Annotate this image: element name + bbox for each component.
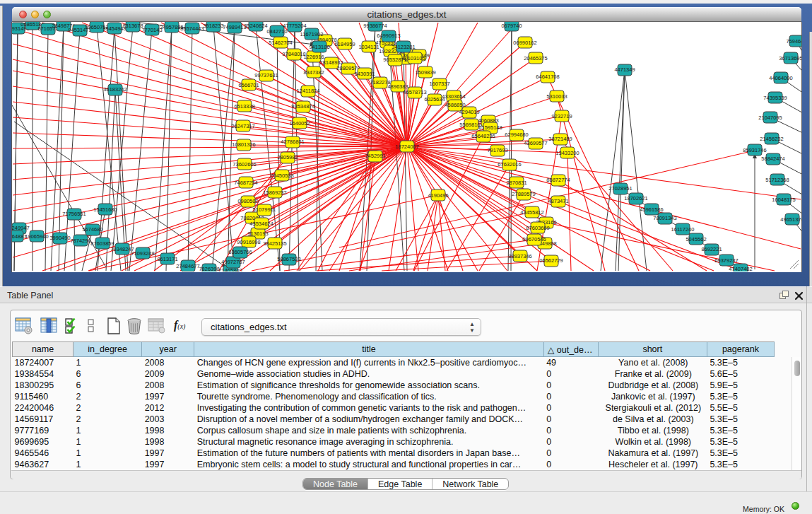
svg-text:4190496: 4190496	[428, 192, 448, 199]
svg-text:21456232: 21456232	[760, 136, 783, 142]
svg-text:27889579: 27889579	[512, 191, 535, 197]
svg-text:51079911: 51079911	[253, 206, 276, 213]
svg-text:3518233: 3518233	[203, 23, 223, 29]
svg-text:5045562: 5045562	[686, 236, 706, 243]
svg-text:88937346: 88937346	[508, 253, 531, 259]
svg-text:8692221: 8692221	[701, 246, 722, 252]
svg-text:0842710: 0842710	[266, 28, 287, 35]
svg-text:7874296: 7874296	[70, 238, 90, 244]
svg-text:43699577: 43699577	[524, 140, 547, 146]
svg-text:11671902: 11671902	[300, 31, 324, 37]
svg-text:4471349: 4471349	[614, 66, 635, 73]
svg-text:73602606: 73602606	[233, 161, 256, 168]
svg-text:43534624: 43534624	[249, 221, 273, 227]
svg-text:4586850: 4586850	[445, 102, 465, 108]
svg-text:87603669: 87603669	[526, 225, 549, 231]
svg-text:61595148: 61595148	[478, 124, 502, 131]
svg-text:78091343: 78091343	[653, 215, 676, 221]
svg-text:97848018: 97848018	[282, 51, 305, 57]
svg-text:20465375: 20465375	[524, 55, 547, 62]
svg-text:38721489: 38721489	[548, 136, 572, 142]
svg-text:36713695: 36713695	[779, 55, 801, 62]
svg-text:0103105: 0103105	[404, 55, 425, 62]
svg-text:65648236: 65648236	[471, 133, 495, 139]
svg-text:5430391: 5430391	[354, 71, 375, 77]
svg-text:85931746: 85931746	[743, 147, 766, 153]
svg-text:58842474: 58842474	[761, 156, 784, 162]
svg-text:12411824: 12411824	[297, 88, 320, 94]
svg-text:44064090: 44064090	[769, 75, 792, 81]
svg-text:51712368: 51712368	[765, 177, 789, 183]
svg-text:58867533: 58867533	[277, 256, 300, 262]
svg-text:26247317: 26247317	[231, 123, 254, 129]
svg-text:7594647: 7594647	[786, 38, 801, 45]
svg-text:47407482: 47407482	[729, 266, 752, 271]
svg-text:74687234: 74687234	[234, 180, 257, 186]
svg-text:15869232: 15869232	[263, 189, 286, 196]
svg-text:6566701: 6566701	[238, 82, 259, 88]
svg-text:7826398: 7826398	[199, 266, 219, 271]
svg-text:67632016: 67632016	[498, 161, 521, 168]
svg-text:6184959: 6184959	[334, 41, 355, 47]
svg-text:99737631: 99737631	[254, 72, 278, 78]
svg-text:96532871: 96532871	[383, 57, 406, 63]
svg-text:3990490: 3990490	[49, 235, 70, 241]
svg-text:64641708: 64641708	[536, 74, 559, 80]
svg-text:19065940: 19065940	[25, 233, 48, 240]
svg-text:74395339: 74395339	[763, 95, 787, 101]
svg-text:8313678: 8313678	[122, 23, 143, 29]
svg-text:4873471: 4873471	[548, 198, 568, 204]
svg-text:85574443: 85574443	[180, 25, 204, 32]
svg-text:90916998: 90916998	[237, 239, 260, 245]
svg-text:9232719: 9232719	[551, 113, 572, 119]
svg-text:10801326: 10801326	[232, 141, 255, 148]
svg-text:5674680: 5674680	[82, 226, 102, 233]
svg-text:74989413: 74989413	[223, 24, 246, 30]
svg-text:0679740: 0679740	[501, 23, 522, 29]
svg-text:7770143: 7770143	[141, 27, 162, 33]
svg-text:49651370: 49651370	[780, 216, 801, 223]
svg-text:45961586: 45961586	[640, 206, 663, 213]
svg-text:71093248: 71093248	[131, 250, 154, 257]
svg-text:38425135: 38425135	[263, 240, 286, 247]
svg-text:09670546: 09670546	[522, 236, 546, 243]
svg-text:27484677: 27484677	[176, 263, 199, 269]
svg-text:64990913: 64990913	[377, 33, 400, 39]
svg-text:8613171: 8613171	[157, 256, 177, 262]
svg-text:1509839: 1509839	[415, 69, 435, 76]
svg-text:42786801: 42786801	[281, 139, 304, 145]
svg-text:63605766: 63605766	[228, 249, 252, 255]
svg-text:47775204: 47775204	[283, 23, 306, 29]
svg-text:43303654: 43303654	[442, 93, 465, 100]
svg-text:18702621: 18702621	[624, 195, 647, 201]
svg-text:06562729: 06562729	[539, 257, 563, 264]
svg-text:7452991: 7452991	[365, 153, 385, 159]
svg-text:36183242: 36183242	[103, 86, 126, 93]
svg-text:49972787: 49972787	[221, 259, 245, 265]
svg-text:2805982: 2805982	[277, 154, 298, 160]
svg-text:9413186: 9413186	[309, 44, 329, 50]
svg-text:18724007: 18724007	[395, 144, 418, 150]
svg-text:06990162: 06990162	[513, 40, 536, 46]
svg-text:13433200: 13433200	[555, 150, 579, 156]
svg-text:1640052: 1640052	[289, 120, 310, 127]
svg-text:35240824: 35240824	[244, 23, 267, 29]
svg-text:7917693: 7917693	[487, 147, 507, 153]
svg-text:15451680: 15451680	[93, 206, 117, 213]
svg-text:27028951: 27028951	[608, 185, 632, 192]
svg-text:86872774: 86872774	[546, 177, 570, 183]
svg-text:0980500: 0980500	[237, 198, 258, 204]
svg-text:51462704: 51462704	[269, 40, 292, 46]
svg-text:5310033: 5310033	[546, 93, 567, 100]
svg-text:93534874: 93534874	[291, 103, 314, 110]
svg-text:16048175: 16048175	[772, 197, 795, 203]
svg-text:43455812: 43455812	[520, 209, 543, 216]
svg-text:71756551: 71756551	[62, 211, 86, 217]
svg-text:46578713: 46578713	[403, 89, 426, 95]
svg-text:16117240: 16117240	[671, 226, 695, 233]
svg-text:34123281: 34123281	[392, 44, 415, 50]
svg-text:6513338: 6513338	[234, 103, 254, 110]
svg-text:4294019: 4294019	[459, 109, 479, 115]
svg-text:20450533: 20450533	[270, 173, 293, 179]
svg-text:2870831: 2870831	[506, 180, 526, 186]
